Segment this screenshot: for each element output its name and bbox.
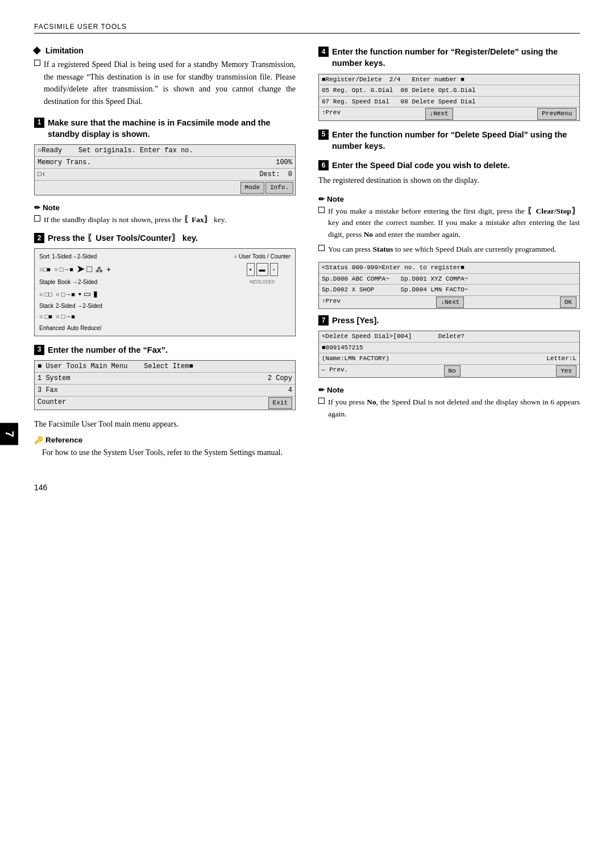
lcd-row: ← Prev. No Yes — [319, 365, 579, 378]
lcd-btn-yes[interactable]: Yes — [556, 365, 576, 377]
reference-block: 🔑 Reference For how to use the System Us… — [34, 436, 296, 459]
lcd-row: ↑Prev ↓Next OK — [319, 296, 579, 309]
step1-block: 1 Make sure that the machine is in Facsi… — [34, 117, 296, 195]
lcd-buttons: Mode Info. — [35, 181, 295, 195]
lcd-row: <Status 000-999>Enter no. to register■ — [319, 262, 579, 274]
note7-block: ✏ Note If you press No, the Speed Dial i… — [318, 386, 580, 420]
step3-after-text: The Facsimile User Tool main menu appear… — [34, 418, 296, 431]
right-column: 4 Enter the function number for “Registe… — [318, 46, 580, 466]
lcd-row: 3 Fax4 — [35, 385, 295, 397]
lcd-row: Sp.D002 X SHOP Sp.D004 LMN FACTO~ — [319, 285, 579, 296]
panel-image-box: Sort 1-Sided→2-Sided ○□■ ○ □→■ ➤ □ ⁂ ✈ S… — [34, 248, 296, 336]
note1-title: ✏ Note — [34, 203, 296, 212]
step6-after-text: The registered destination is shown on t… — [318, 174, 580, 187]
note6-block: ✏ Note If you make a mistake before ente… — [318, 195, 580, 255]
step5-block: 5 Enter the function number for “Delete … — [318, 129, 580, 152]
diamond-icon — [33, 47, 41, 55]
limitation-item: If a registered Speed Dial is being used… — [34, 59, 296, 108]
step7-block: 7 Press [Yes]. <Delete Speed Dial>[004] … — [318, 315, 580, 378]
lcd-row: ■ User Tools Main Menu Select Item■ — [35, 361, 295, 373]
step5-title: 5 Enter the function number for “Delete … — [318, 129, 580, 152]
left-column: Limitation If a registered Speed Dial is… — [34, 46, 296, 466]
lcd-box-1: ○Ready Set originals. Enter fax no. Memo… — [34, 144, 296, 195]
lcd-btn-info[interactable]: Info. — [265, 182, 293, 194]
lcd-btn-next2[interactable]: ↓Next — [436, 297, 464, 308]
note6-title: ✏ Note — [318, 195, 580, 203]
lcd-box-4: ■Register/Delete 2/4 Enter number ■ 05 R… — [318, 74, 580, 121]
lcd-row: ↑Prev ↓Next PrevMenu — [319, 107, 579, 120]
key-icon: 🔑 — [34, 436, 43, 444]
header-title: FACSIMILE USER TOOLS — [34, 23, 580, 34]
lcd-row: ■Register/Delete 2/4 Enter number ■ — [319, 74, 579, 86]
lcd-row: (Name:LMN FACTORY)Letter:L — [319, 353, 579, 365]
note7-title: ✏ Note — [318, 386, 580, 394]
page-number: 146 — [34, 483, 580, 492]
checkbox-icon — [34, 60, 40, 66]
lcd-row: 05 Reg. Opt. G.Dial 06 Delete Opt.G.Dial — [319, 85, 579, 97]
step2-title: 2 Press the 〖User Tools/Counter〗 key. — [34, 232, 296, 244]
step6-title: 6 Enter the Speed Dial code you wish to … — [318, 160, 580, 171]
lcd-row: □‹Dest: 0 — [35, 169, 295, 181]
step3-block: 3 Enter the number of the “Fax”. ■ User … — [34, 344, 296, 410]
lcd-box-6: <Status 000-999>Enter no. to register■ S… — [318, 262, 580, 309]
reference-text: For how to use the System User Tools, re… — [34, 446, 296, 459]
header: FACSIMILE USER TOOLS — [34, 23, 580, 34]
lcd-btn-next[interactable]: ↓Next — [425, 108, 453, 120]
sidebar-number: 7 — [3, 431, 16, 437]
sidebar-7: 7 — [0, 423, 18, 445]
note1-item: If the standby display is not shown, pre… — [34, 214, 296, 226]
lcd-btn-ok[interactable]: OK — [560, 297, 576, 308]
lcd-row: 1 System2 Copy — [35, 373, 295, 385]
step7-title: 7 Press [Yes]. — [318, 315, 580, 326]
checkbox-icon — [318, 207, 325, 213]
checkbox-icon — [318, 245, 325, 251]
step2-block: 2 Press the 〖User Tools/Counter〗 key. So… — [34, 232, 296, 336]
lcd-btn-exit[interactable]: Exit — [268, 397, 292, 409]
lcd-row: ○Ready Set originals. Enter fax no. — [35, 145, 295, 157]
lcd-row: <Delete Speed Dial>[004] Delete? — [319, 331, 579, 343]
checkbox-icon — [34, 215, 40, 222]
step4-title: 4 Enter the function number for “Registe… — [318, 46, 580, 69]
note6-item2: You can press Status to see which Speed … — [318, 244, 580, 255]
note6-item1: If you make a mistake before entering th… — [318, 206, 580, 240]
step1-title: 1 Make sure that the machine is in Facsi… — [34, 117, 296, 140]
limitation-section: Limitation If a registered Speed Dial is… — [34, 46, 296, 108]
lcd-box-3: ■ User Tools Main Menu Select Item■ 1 Sy… — [34, 360, 296, 410]
lcd-row: 07 Reg. Speed Dial 08 Delete Speed Dial — [319, 97, 579, 108]
step3-title: 3 Enter the number of the “Fax”. — [34, 344, 296, 356]
lcd-btn-prevmenu[interactable]: PrevMenu — [537, 108, 576, 120]
step6-block: 6 Enter the Speed Dial code you wish to … — [318, 160, 580, 187]
pencil-icon: ✏ — [318, 386, 325, 394]
lcd-row: ■8091457215 — [319, 343, 579, 354]
step4-block: 4 Enter the function number for “Registe… — [318, 46, 580, 121]
limitation-title: Limitation — [34, 46, 296, 55]
lcd-row: Sp.D000 ABC COMPA~ Sp.D001 XYZ COMPA~ — [319, 274, 579, 285]
ref-title: 🔑 Reference — [34, 436, 296, 444]
lcd-btn-no[interactable]: No — [444, 365, 460, 377]
lcd-row: Memory Trans.100% — [35, 157, 295, 169]
checkbox-icon — [318, 398, 325, 404]
panel-caption: ND2L01E0 — [250, 278, 275, 286]
lcd-row: Counter Exit — [35, 397, 295, 410]
lcd-box-7: <Delete Speed Dial>[004] Delete? ■809145… — [318, 331, 580, 378]
pencil-icon: ✏ — [318, 195, 325, 203]
note7-item: If you press No, the Speed Dial is not d… — [318, 397, 580, 420]
note1-block: ✏ Note If the standby display is not sho… — [34, 203, 296, 226]
pencil-icon: ✏ — [34, 203, 40, 212]
panel-content: Sort 1-Sided→2-Sided ○□■ ○ □→■ ➤ □ ⁂ ✈ S… — [39, 252, 291, 322]
lcd-btn-mode[interactable]: Mode — [240, 182, 264, 194]
